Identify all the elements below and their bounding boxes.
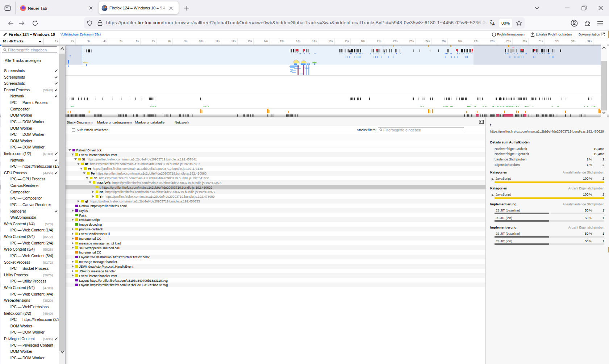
svg-text:A: A	[492, 22, 495, 26]
